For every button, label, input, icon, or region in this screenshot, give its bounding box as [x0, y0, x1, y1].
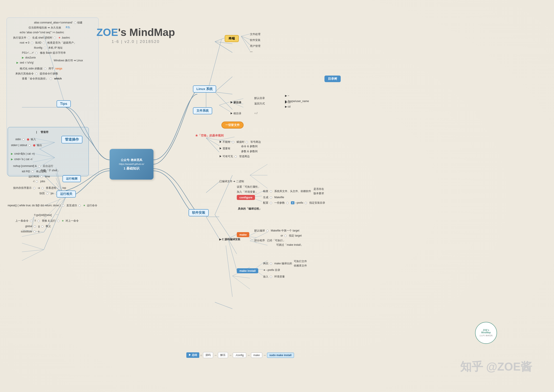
filesystem-label: 文件系统 — [193, 107, 212, 114]
xargs-exec: 来执行其他命令 提供命令行参数 — [15, 72, 58, 76]
repeat-cmd: repeat() { while true; do $@ && return; … — [8, 204, 97, 207]
run-node: 运行相关 — [57, 190, 76, 197]
no-space: ▶ 不能有 赋值时 等号两边 — [219, 140, 261, 144]
logo-line1: ZOE's — [481, 329, 491, 331]
arrow2: → — [214, 353, 217, 357]
vim-replace: !!:gs/[old]/[new] — [34, 214, 52, 217]
arrow4: → — [247, 353, 250, 357]
kill: kill PID 终止进程 — [22, 170, 47, 174]
compiled: 已编译文件 ➜ 二进制 — [219, 180, 244, 183]
slash: ○ / — [254, 112, 257, 115]
logo-badge: ZOE's MindMap 公众号: 教林觅凤 — [475, 322, 497, 344]
svg-line-54 — [206, 182, 219, 193]
make-install-label: make install — [237, 268, 258, 273]
set-exec: 设置「可执行属性」 — [237, 185, 260, 189]
nohup: nohup [command] & 后台运行 — [13, 164, 53, 168]
copy-exec: 可执行文件 — [294, 259, 307, 263]
svg-line-37 — [241, 34, 250, 36]
all-files-label: 一切皆文件 — [221, 122, 244, 129]
s-sudo-make: sudo make install — [267, 353, 294, 358]
root-uid: root ➜ 0 $UID 检查是否为「超级用户」 — [20, 41, 76, 45]
linux-node: Linux 系统 — [193, 85, 216, 93]
ifconfig: ifconfig 本机 IP 地址 — [34, 46, 63, 50]
arrow3: → — [229, 353, 232, 357]
cmd-subshell2: ▶ cmd=`ls | cat -n` — [11, 158, 33, 161]
copy-label: 拷贝 make 编译出的 — [263, 262, 292, 266]
make-install-node: make install — [237, 268, 258, 273]
dir-tree-box: 目录树 — [324, 76, 341, 82]
alias-execute: 执行该文件 生成 shell 进程时 ★.bashrc — [13, 36, 70, 40]
param-param: 参数 & 参数间 — [241, 150, 258, 153]
optional-space: ▶ 可有可无 管道两边 — [219, 155, 250, 158]
terminal-label: 终端 — [225, 35, 239, 42]
stdin-label: stdin 输入 — [15, 138, 36, 141]
cfg-check: 检查 系统库文件、头文件、依赖软件 — [263, 189, 311, 193]
run-detect-label: 运行检测 — [63, 175, 81, 182]
software-label: 软件安装 — [188, 209, 209, 216]
svg-line-28 — [250, 164, 267, 175]
version-req2: 版本要求 — [314, 192, 324, 195]
space-rules-container: ★「空格」的基本规则 — [195, 133, 224, 138]
c-source: ▶ C 源码编译安装 — [219, 238, 240, 241]
svg-line-56 — [206, 217, 219, 239]
put-path: 放入 环境变量 — [263, 275, 285, 279]
make-or: or 指定 target — [281, 234, 302, 238]
time-cmd: 运行时间 time — [29, 175, 50, 178]
substitute: substitute s — [21, 230, 39, 233]
configure-label: configure — [237, 195, 255, 200]
run-detect-node: 运行检测 — [63, 175, 81, 182]
summary-bottom: ▶ 总结 ○ 源码 → 解压 → ./config → make → sudo … — [186, 352, 294, 358]
ps1: PS1='....>' 修改 Bash 提示字符串 — [22, 51, 66, 55]
s-config: ./config — [233, 353, 246, 358]
svg-line-6 — [215, 92, 232, 94]
run-label: 运行相关 — [57, 190, 76, 197]
s-source: 源码 — [203, 352, 213, 358]
svg-line-23 — [22, 250, 44, 261]
version-req: 是否存在 — [314, 187, 324, 191]
cfg-gen: 生成 Makefile — [263, 196, 284, 199]
alias-echo: echo 'alias cmd="cmd seq"' >>.bashrc — [20, 31, 64, 34]
zhihu-watermark: 知乎 @ZOE酱 — [460, 359, 532, 374]
logo-line2: MindMap — [481, 331, 491, 334]
center-line1: 公众号: 教林觅凤 — [121, 158, 143, 162]
svg-line-38 — [241, 36, 250, 39]
svg-line-43 — [219, 102, 230, 105]
already-exec: 部分程序 已经「可执行」 — [254, 239, 285, 242]
svg-line-44 — [219, 105, 230, 112]
make-node: make — [237, 232, 249, 237]
alias-create: alias command_alias='command' 创建 — [34, 21, 82, 25]
cmd-subshell1: ▶ cmd=$(ls | cat -n) — [11, 152, 35, 155]
top-cmd: 按内存排序显示 -a 查看进程 top — [13, 186, 66, 190]
pipe-symbol: | 管道符 — [36, 130, 49, 134]
t-dash: — — [250, 50, 252, 53]
pipe-ops-label: 管道操作 — [61, 136, 82, 143]
configure-node: configure — [237, 195, 255, 200]
t-file: 文件处理 — [250, 32, 260, 36]
copy-lib: 依赖库文件 — [294, 264, 307, 268]
win-to-linux: Windows 换行符 ➜ Linux — [54, 59, 83, 63]
return-method: 返回方式 — [254, 102, 265, 105]
tips-label: Tips — [57, 100, 71, 107]
title-zoe: ZOE — [96, 27, 118, 38]
home-dir: ▶ 家目录 — [230, 101, 241, 105]
xargs-format: 格式化 stdin 的数据 用于 xargs — [20, 67, 62, 70]
svg-line-22 — [22, 250, 44, 252]
arrow5: → — [263, 353, 266, 357]
s-extract: 解压 — [218, 352, 228, 358]
svg-line-41 — [208, 39, 221, 89]
prefix-dir: ➜ --prefix 目录 — [263, 268, 280, 272]
center-line2: https://woaielf.github.io/ — [119, 163, 144, 165]
svg-line-51 — [206, 138, 219, 152]
tips-node: Tips — [57, 100, 71, 107]
ps-cmd: 快照 ps — [39, 192, 53, 195]
root-dir: ▶ 根目录 — [230, 112, 241, 115]
filesystem-node: 文件系统 — [193, 107, 212, 114]
cd-alone: ▶ cd — [285, 105, 290, 108]
can-run: 可跳过「make install」 — [276, 243, 303, 247]
ps-label: P.S. — [66, 26, 70, 29]
make-default: 默认编译 Makefile 中第一个 target — [254, 229, 299, 233]
global: global g 释义 — [25, 224, 51, 228]
cmd-param: 命令 & 参数间 — [241, 145, 258, 148]
title-area: ZOE's MindMap 1-6 | v2.0 | 2018520 — [96, 26, 175, 44]
space-rules-title: ★「空格」的基本规则 — [195, 133, 224, 138]
